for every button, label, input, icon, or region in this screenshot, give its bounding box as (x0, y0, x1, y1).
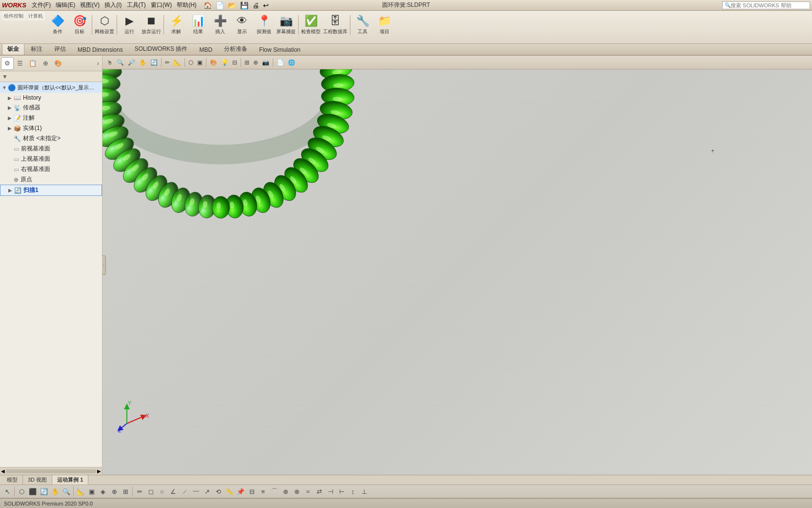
tree-history-expand[interactable]: ▶ (8, 95, 14, 101)
tree-item-front-plane[interactable]: ▭ 前视基准面 (0, 144, 102, 154)
view-tool-grid[interactable]: ⊞ (243, 58, 251, 67)
panel-tab-property[interactable]: ☰ (14, 57, 26, 70)
view-tool-cursor[interactable]: 🖱 (105, 58, 114, 67)
toolbar-results[interactable]: 📊结果 (187, 12, 209, 38)
btool-view2[interactable]: ▣ (86, 486, 97, 497)
view-tool-scene[interactable]: 🌐 (286, 58, 297, 67)
toolbar-target[interactable]: 🎯目标 (69, 12, 90, 38)
menu-icon-save[interactable]: 💾 (239, 1, 250, 9)
toolbar-tools[interactable]: 🔧工具 (352, 12, 373, 38)
panel-expand-btn[interactable]: › (95, 60, 101, 67)
btool-view3[interactable]: ◈ (98, 486, 108, 497)
tab-3d-view[interactable]: 3D 视图 (23, 475, 52, 485)
toolbar-probe[interactable]: 📍探测值 (253, 12, 275, 38)
toolbar-display[interactable]: 👁显示 (231, 12, 253, 38)
tree-annotation-expand[interactable]: ▶ (8, 115, 14, 121)
menu-icon-print[interactable]: 🖨 (251, 1, 261, 9)
tab-analysis[interactable]: 分析准备 (219, 43, 253, 55)
tree-item-origin[interactable]: ⊕ 原点 (0, 174, 102, 185)
view-tool-rotate[interactable]: 🔄 (149, 58, 159, 67)
btool-sketch6[interactable]: 〰 (190, 486, 201, 497)
toolbar-eng-db[interactable]: 🗄工程数据库 (322, 12, 348, 38)
btool-sketch1[interactable]: ✏ (134, 486, 145, 497)
search-input[interactable] (731, 2, 804, 8)
btool-sketch15[interactable]: ⊗ (291, 486, 302, 497)
tree-root[interactable]: ▼ 🔵 圆环弹簧（默认<<默认>_显示状态 1>） (0, 82, 102, 93)
toolbar-condition[interactable]: 🔷条件 (47, 12, 68, 38)
tree-item-history[interactable]: ▶ 📖 History (0, 93, 102, 103)
tab-mbd-dim[interactable]: MBD Dimensions (72, 44, 128, 55)
tab-bianzhu[interactable]: 标注 (25, 43, 48, 55)
panel-scrollbar[interactable]: ◀ ▶ (0, 467, 102, 475)
scroll-right-btn[interactable]: ▶ (97, 468, 101, 474)
tree-item-top-plane[interactable]: ▭ 上视基准面 (0, 154, 102, 164)
toolbar-solve[interactable]: ⚡求解 (165, 12, 187, 38)
btool-sketch20[interactable]: ↕ (347, 486, 358, 497)
menu-tools[interactable]: 工具(T) (124, 0, 148, 10)
tree-item-annotation[interactable]: ▶ 📝 注解 (0, 113, 102, 123)
panel-tab-appearance[interactable]: 🎨 (52, 57, 64, 70)
tab-bangjin[interactable]: 钣金 (2, 43, 24, 55)
view-tool-pan[interactable]: ✋ (138, 58, 148, 67)
toolbar-check-model[interactable]: ✅检查模型 (300, 12, 322, 38)
scroll-left-btn[interactable]: ◀ (1, 468, 5, 474)
toolbar-project[interactable]: 📁项目 (374, 12, 395, 38)
panel-tab-dimxpert[interactable]: 📋 (26, 57, 39, 70)
btool-zoom-fit[interactable]: ⬡ (16, 486, 27, 497)
view-tool-zoom-fit[interactable]: 🔍 (115, 58, 125, 67)
tab-model[interactable]: 模型 (2, 475, 23, 485)
menu-icon-open[interactable]: 📂 (226, 1, 238, 9)
btool-zoom-in[interactable]: 🔍 (61, 486, 72, 497)
tab-flow-sim[interactable]: Flow Simulation (254, 44, 306, 55)
menu-view[interactable]: 视图(V) (78, 0, 102, 10)
tree-item-material[interactable]: 🔧 材质 <未指定> (0, 133, 102, 144)
btool-pan[interactable]: ✋ (50, 486, 61, 497)
tree-root-expand[interactable]: ▼ (2, 85, 8, 90)
tree-solid-expand[interactable]: ▶ (8, 126, 14, 131)
toolbar-run[interactable]: ▶运行 (119, 12, 140, 38)
tab-pinggu[interactable]: 评估 (49, 43, 71, 55)
view-tool-lighting[interactable]: 💡 (220, 58, 230, 67)
tab-sw-plugin[interactable]: SOLIDWORKS 插件 (129, 43, 193, 55)
tree-sensors-expand[interactable]: ▶ (8, 105, 14, 110)
view-tool-3d-drawing[interactable]: 📄 (275, 58, 285, 67)
tree-item-right-plane[interactable]: ▭ 右视基准面 (0, 164, 102, 174)
btool-sketch8[interactable]: ⟲ (213, 486, 223, 497)
view-tool-triad[interactable]: ⊕ (252, 58, 260, 67)
tree-sweep-expand[interactable]: ▶ (8, 188, 14, 193)
tree-item-sweep[interactable]: ▶ 🔄 扫描1 (0, 185, 102, 196)
view-tool-dimension[interactable]: 📐 (172, 58, 183, 67)
tab-motion-study[interactable]: 运动算例 1 (52, 475, 88, 485)
btool-sketch19[interactable]: ⊢ (336, 486, 347, 497)
btool-sketch10[interactable]: 📌 (235, 486, 246, 497)
panel-tab-config[interactable]: ⊕ (39, 57, 52, 70)
view-tool-appearance[interactable]: 🎨 (208, 58, 219, 67)
toolbar-stop[interactable]: ⏹放弃运行 (141, 12, 162, 38)
view-tool-camera[interactable]: 📷 (261, 58, 271, 67)
btool-sketch11[interactable]: ⊟ (246, 486, 257, 497)
tab-mbd[interactable]: MBD (194, 44, 218, 55)
menu-help[interactable]: 帮助(H) (174, 0, 199, 10)
btool-sketch13[interactable]: ⌒ (269, 486, 280, 497)
btool-view4[interactable]: ⊕ (109, 486, 120, 497)
menu-insert[interactable]: 插入(I) (102, 0, 124, 10)
btool-sketch17[interactable]: ⇄ (314, 486, 325, 497)
panel-tab-feature[interactable]: ⚙ (1, 57, 14, 70)
menu-edit[interactable]: 编辑(E) (53, 0, 78, 10)
btool-sketch3[interactable]: ○ (157, 486, 167, 497)
tree-item-solid[interactable]: ▶ 📦 实体(1) (0, 123, 102, 133)
view-tool-section[interactable]: ⊟ (231, 58, 239, 67)
tree-item-sensors[interactable]: ▶ 📡 传感器 (0, 103, 102, 113)
btool-sketch9[interactable]: 📏 (224, 486, 235, 497)
view-tool-display-style[interactable]: ▣ (196, 58, 204, 67)
toolbar-mesh[interactable]: ⬡网格设置 (94, 12, 115, 38)
toolbar-screencap[interactable]: 📷屏幕捕捉 (275, 12, 297, 38)
view-tool-zoom-sel[interactable]: 🔎 (126, 58, 137, 67)
menu-icon-home[interactable]: 🏠 (202, 1, 213, 9)
btool-sketch12[interactable]: ≡ (258, 486, 268, 497)
btool-sketch7[interactable]: ↗ (202, 486, 212, 497)
panel-collapse-handle[interactable]: ‹ (102, 255, 106, 275)
menu-file[interactable]: 文件(F) (29, 0, 53, 10)
menu-icon-new[interactable]: 📄 (214, 1, 225, 9)
view-tool-sketch[interactable]: ✏ (163, 58, 171, 67)
